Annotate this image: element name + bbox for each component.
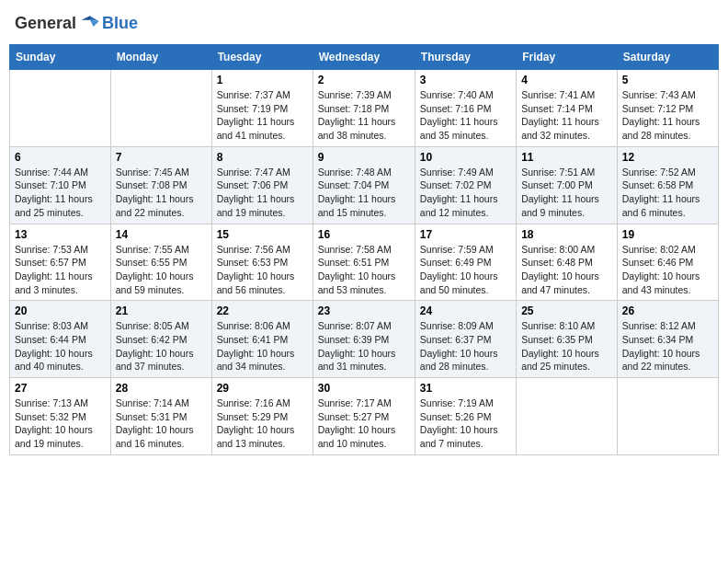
calendar-table: SundayMondayTuesdayWednesdayThursdayFrid… [9,44,719,455]
day-info: Sunrise: 8:00 AMSunset: 6:48 PMDaylight:… [521,243,612,297]
day-number: 27 [15,382,106,395]
day-number: 10 [420,151,511,164]
day-info: Sunrise: 8:12 AMSunset: 6:34 PMDaylight:… [622,319,713,373]
calendar-cell: 5Sunrise: 7:43 AMSunset: 7:12 PMDaylight… [617,70,718,147]
day-info: Sunrise: 8:09 AMSunset: 6:37 PMDaylight:… [420,319,511,373]
calendar-cell: 9Sunrise: 7:48 AMSunset: 7:04 PMDaylight… [313,146,415,224]
day-info: Sunrise: 8:02 AMSunset: 6:46 PMDaylight:… [622,243,713,297]
calendar-cell: 20Sunrise: 8:03 AMSunset: 6:44 PMDayligh… [10,301,111,378]
calendar-cell: 30Sunrise: 7:17 AMSunset: 5:27 PMDayligh… [313,378,415,455]
day-number: 19 [622,228,713,241]
page-header: General Blue [9,9,719,37]
day-info: Sunrise: 7:58 AMSunset: 6:51 PMDaylight:… [318,243,410,297]
day-info: Sunrise: 7:39 AMSunset: 7:18 PMDaylight:… [318,88,410,143]
calendar-cell: 8Sunrise: 7:47 AMSunset: 7:06 PMDaylight… [211,146,313,224]
day-number: 13 [15,228,106,241]
day-info: Sunrise: 8:03 AMSunset: 6:44 PMDaylight:… [15,319,106,373]
calendar-cell: 17Sunrise: 7:59 AMSunset: 6:49 PMDayligh… [415,224,516,301]
calendar-cell: 4Sunrise: 7:41 AMSunset: 7:14 PMDaylight… [517,70,618,147]
day-info: Sunrise: 7:41 AMSunset: 7:14 PMDaylight:… [521,88,612,143]
calendar-cell: 23Sunrise: 8:07 AMSunset: 6:39 PMDayligh… [313,301,415,378]
day-number: 31 [420,382,511,395]
calendar-week-4: 20Sunrise: 8:03 AMSunset: 6:44 PMDayligh… [10,301,719,378]
day-number: 23 [318,304,410,317]
calendar-cell: 3Sunrise: 7:40 AMSunset: 7:16 PMDaylight… [415,70,516,147]
day-info: Sunrise: 7:16 AMSunset: 5:29 PMDaylight:… [217,396,308,451]
day-number: 14 [116,228,207,241]
day-info: Sunrise: 8:06 AMSunset: 6:41 PMDaylight:… [217,319,308,373]
day-info: Sunrise: 8:07 AMSunset: 6:39 PMDaylight:… [318,319,410,373]
day-number: 29 [217,382,308,395]
calendar-cell: 29Sunrise: 7:16 AMSunset: 5:29 PMDayligh… [211,378,313,455]
calendar-cell: 10Sunrise: 7:49 AMSunset: 7:02 PMDayligh… [415,146,516,224]
day-info: Sunrise: 7:14 AMSunset: 5:31 PMDaylight:… [116,396,207,451]
calendar-cell [110,70,211,147]
header-tuesday: Tuesday [211,45,313,70]
day-number: 12 [622,151,713,164]
logo-general-text: General [15,14,76,33]
day-info: Sunrise: 7:13 AMSunset: 5:32 PMDaylight:… [15,396,106,451]
day-number: 26 [622,304,713,317]
day-info: Sunrise: 7:59 AMSunset: 6:49 PMDaylight:… [420,243,511,297]
day-info: Sunrise: 7:52 AMSunset: 6:58 PMDaylight:… [622,166,713,220]
calendar-cell: 25Sunrise: 8:10 AMSunset: 6:35 PMDayligh… [517,301,618,378]
day-number: 4 [521,74,612,86]
day-number: 24 [420,304,511,317]
day-number: 22 [217,304,308,317]
calendar-cell: 27Sunrise: 7:13 AMSunset: 5:32 PMDayligh… [10,378,111,455]
day-info: Sunrise: 7:37 AMSunset: 7:19 PMDaylight:… [217,88,308,143]
logo: General Blue [15,13,138,33]
calendar-cell: 6Sunrise: 7:44 AMSunset: 7:10 PMDaylight… [10,146,111,224]
calendar-cell: 18Sunrise: 8:00 AMSunset: 6:48 PMDayligh… [517,224,618,301]
day-number: 5 [622,74,713,86]
day-number: 20 [15,304,106,317]
day-info: Sunrise: 8:05 AMSunset: 6:42 PMDaylight:… [116,319,207,373]
calendar-cell: 26Sunrise: 8:12 AMSunset: 6:34 PMDayligh… [617,301,718,378]
header-sunday: Sunday [10,45,111,70]
svg-marker-1 [82,16,91,19]
day-info: Sunrise: 7:56 AMSunset: 6:53 PMDaylight:… [217,243,308,297]
calendar-week-1: 1Sunrise: 7:37 AMSunset: 7:19 PMDaylight… [10,70,719,147]
calendar-cell: 19Sunrise: 8:02 AMSunset: 6:46 PMDayligh… [617,224,718,301]
calendar-cell: 7Sunrise: 7:45 AMSunset: 7:08 PMDaylight… [110,146,211,224]
calendar-cell: 12Sunrise: 7:52 AMSunset: 6:58 PMDayligh… [617,146,718,224]
calendar-cell: 28Sunrise: 7:14 AMSunset: 5:31 PMDayligh… [110,378,211,455]
logo-bird-icon [80,13,100,33]
day-number: 1 [217,74,308,86]
calendar-cell: 11Sunrise: 7:51 AMSunset: 7:00 PMDayligh… [517,146,618,224]
day-info: Sunrise: 7:44 AMSunset: 7:10 PMDaylight:… [15,166,106,220]
logo-blue-text: Blue [102,14,138,33]
calendar-cell: 16Sunrise: 7:58 AMSunset: 6:51 PMDayligh… [313,224,415,301]
day-number: 18 [521,228,612,241]
calendar-cell [617,378,718,455]
calendar-cell: 1Sunrise: 7:37 AMSunset: 7:19 PMDaylight… [211,70,313,147]
day-number: 21 [116,304,207,317]
day-number: 3 [420,74,511,86]
calendar-week-2: 6Sunrise: 7:44 AMSunset: 7:10 PMDaylight… [10,146,719,224]
header-monday: Monday [110,45,211,70]
day-number: 15 [217,228,308,241]
calendar-cell: 15Sunrise: 7:56 AMSunset: 6:53 PMDayligh… [211,224,313,301]
day-info: Sunrise: 7:48 AMSunset: 7:04 PMDaylight:… [318,166,410,220]
day-number: 8 [217,151,308,164]
header-saturday: Saturday [617,45,718,70]
day-info: Sunrise: 7:55 AMSunset: 6:55 PMDaylight:… [116,243,207,297]
day-number: 7 [116,151,207,164]
day-info: Sunrise: 7:53 AMSunset: 6:57 PMDaylight:… [15,243,106,297]
calendar-cell [517,378,618,455]
calendar-cell: 14Sunrise: 7:55 AMSunset: 6:55 PMDayligh… [110,224,211,301]
header-wednesday: Wednesday [313,45,415,70]
day-number: 2 [318,74,410,86]
calendar-cell: 2Sunrise: 7:39 AMSunset: 7:18 PMDaylight… [313,70,415,147]
calendar-week-5: 27Sunrise: 7:13 AMSunset: 5:32 PMDayligh… [10,378,719,455]
calendar-cell: 24Sunrise: 8:09 AMSunset: 6:37 PMDayligh… [415,301,516,378]
day-number: 28 [116,382,207,395]
day-info: Sunrise: 7:51 AMSunset: 7:00 PMDaylight:… [521,166,612,220]
calendar-cell [10,70,111,147]
day-number: 11 [521,151,612,164]
day-number: 25 [521,304,612,317]
day-info: Sunrise: 7:19 AMSunset: 5:26 PMDaylight:… [420,396,511,451]
day-info: Sunrise: 7:45 AMSunset: 7:08 PMDaylight:… [116,166,207,220]
day-info: Sunrise: 7:40 AMSunset: 7:16 PMDaylight:… [420,88,511,143]
calendar-header-row: SundayMondayTuesdayWednesdayThursdayFrid… [10,45,719,70]
